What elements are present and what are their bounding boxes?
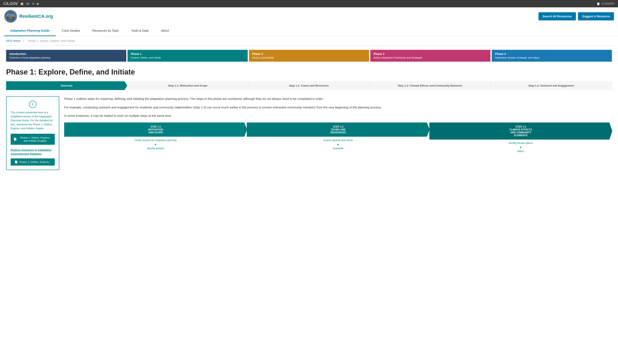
site-header: STATE OF CALIFORNIA ResilientCA.org Sear…	[0, 7, 618, 26]
youtube-icon[interactable]: ▶	[37, 2, 39, 5]
diagram-step2-item2: Assemble	[248, 147, 428, 150]
content-area: Phase 1: Explore, Define, and Initiate O…	[0, 62, 618, 174]
tab-phase3-sub: Define Adaptation Framework and Strategi…	[374, 56, 487, 59]
tab-introduction[interactable]: Introduction Overview of local adaptatio…	[6, 50, 126, 62]
breadcrumb-current: Phase 1: Define, Explore, and Initiate	[28, 39, 75, 42]
tab-phase2[interactable]: Phase 2 Assess Vulnerability	[249, 50, 369, 62]
main-content: i The content presented here is a simpli…	[6, 96, 612, 170]
step-1-3[interactable]: Step 1.3: Climate Effects and Community …	[370, 81, 491, 90]
btn-chapter-label: Phase 1: Define, Explore, and Initiate C…	[18, 136, 52, 142]
glossary-area[interactable]: 📋 GLOSSARY	[597, 2, 615, 5]
diagram-step1-header: STEP 1.1 MOTIVATION AND SCOPE	[64, 122, 247, 137]
explore-clearinghouse-link[interactable]: Explore resources in Adaptation Clearing…	[11, 148, 55, 156]
step-overview[interactable]: Overview	[6, 81, 127, 90]
ca-gov-logo: CA.GOV	[3, 2, 18, 6]
tab-phase4-sub: Implement, Monitor, Evaluate, and Adjust	[495, 56, 609, 59]
tab-intro-sub: Overview of local adaptation planning	[9, 56, 123, 59]
body-paragraph-1: Phase 1 outlines steps for exploring, de…	[64, 96, 612, 102]
main-nav: Adaptation Planning Guide Case Studies R…	[0, 26, 618, 36]
sidebar-card: i The content presented here is a simpli…	[6, 96, 59, 170]
diagram-step3-items: Identify climate effects ▼ Select	[429, 140, 612, 156]
tab-phase1-title: Phase 1	[131, 52, 244, 55]
step-1-3-label: Step 1.3: Climate Effects and Community …	[398, 84, 462, 87]
sidebar-info-icon-area: i	[11, 101, 55, 108]
diagram-step-3: STEP 1.3 CLIMATE EFFECTS AND COMMUNITY E…	[429, 122, 612, 156]
svg-point-6	[10, 16, 10, 16]
tab-phase1[interactable]: Phase 1 Explore, Define, and Initiate	[127, 50, 248, 62]
glossary-book-icon: 📋	[597, 2, 600, 5]
tab-phase3-title: Phase 3	[374, 52, 487, 55]
body-paragraph-3: In some instances, it may be helpful to …	[64, 113, 612, 118]
sidebar-info-text: The content presented here is a simplifi…	[11, 110, 55, 130]
page-title: Phase 1: Explore, Define, and Initiate	[6, 68, 612, 76]
svg-point-7	[11, 16, 12, 16]
step-1-4-label: Step 1.4: Outreach and Engagement	[528, 84, 574, 87]
download-chapter-button[interactable]: 📄 Phase 1: Define, Explore, and Initiate…	[11, 134, 55, 145]
site-name: ResilientCA.org	[19, 14, 53, 19]
twitter-icon[interactable]: 🐦	[26, 2, 30, 5]
body-paragraph-2: For example, conducting outreach and eng…	[64, 105, 612, 110]
diagram-step1-title2: AND SCOPE	[148, 131, 163, 134]
tab-phase2-title: Phase 2	[252, 52, 366, 55]
diagram-step3-item1: Identify climate effects	[431, 142, 611, 144]
diagram-step3-title: CLIMATE EFFECTS	[509, 128, 532, 131]
header-buttons: Search All Resources Suggest A Resource	[538, 12, 614, 20]
btn-explore-label: Phase 1: Define, Explore...	[19, 160, 51, 164]
breadcrumb: APG Home | Phase 1: Define, Explore, and…	[0, 36, 618, 46]
diagram-step2-items: Assess capacity and needs ▼ Assemble	[247, 137, 429, 153]
svg-text:STATE OF: STATE OF	[7, 13, 14, 15]
tab-phase4[interactable]: Phase 4 Implement, Monitor, Evaluate, an…	[492, 50, 612, 62]
diagram-step1-item2: Identify desired	[65, 147, 246, 150]
nav-case-studies[interactable]: Case Studies	[56, 26, 86, 36]
nav-adaptation-planning-guide[interactable]: Adaptation Planning Guide	[4, 26, 56, 36]
diagram-step3-title2: AND COMMUNITY	[509, 131, 532, 134]
search-all-resources-button[interactable]: Search All Resources	[538, 12, 576, 20]
diagram-step3-num: STEP 1.3	[509, 125, 532, 128]
email-icon[interactable]: ✉	[32, 2, 35, 5]
explore-phase1-button[interactable]: 📄 Phase 1: Define, Explore...	[11, 158, 55, 166]
top-bar-left: CA.GOV 🏠 🐦 ✉ ▶	[3, 2, 39, 6]
nav-resources-by-topic[interactable]: Resources by Topic	[86, 26, 125, 36]
home-icon[interactable]: 🏠	[20, 2, 24, 5]
diagram-step-2: STEP 1.2 TEAMS AND RESOURCES Assess capa…	[247, 122, 429, 153]
diagram-step1-num: STEP 1.1	[148, 125, 163, 128]
tab-phase2-sub: Assess Vulnerability	[252, 56, 366, 59]
diagram-step2-header: STEP 1.2 TEAMS AND RESOURCES	[247, 122, 430, 137]
svg-point-5	[9, 15, 12, 18]
breadcrumb-home[interactable]: APG Home	[6, 39, 21, 42]
info-icon: i	[29, 101, 36, 108]
nav-tools-data[interactable]: Tools & Data	[125, 26, 155, 36]
diagram-step3-header: STEP 1.3 CLIMATE EFFECTS AND COMMUNITY E…	[429, 122, 612, 140]
breadcrumb-separator: |	[23, 39, 24, 42]
steps-nav: Overview Step 1.1: Motivation and Scope …	[6, 81, 612, 90]
tab-phase4-title: Phase 4	[495, 52, 609, 55]
top-bar: CA.GOV 🏠 🐦 ✉ ▶ 📋 GLOSSARY	[0, 0, 618, 7]
step-1-1-label: Step 1.1: Motivation and Scope	[168, 84, 207, 87]
tab-phase3[interactable]: Phase 3 Define Adaptation Framework and …	[370, 50, 491, 62]
suggest-resource-button[interactable]: Suggest A Resource	[578, 12, 614, 20]
doc-icon-2: 📄	[14, 160, 18, 164]
diagram-step2-num: STEP 1.2	[330, 125, 346, 128]
step-1-4[interactable]: Step 1.4: Outreach and Engagement	[491, 81, 612, 90]
diagram-step1-item1: Clarify reasons for adaptation planning	[65, 139, 246, 142]
diagram-step3-title3: ELEMENTS	[509, 134, 532, 137]
diagram-step-1: STEP 1.1 MOTIVATION AND SCOPE Clarify re…	[64, 122, 247, 153]
phase-tabs: Introduction Overview of local adaptatio…	[0, 46, 618, 62]
diagram-step1-items: Clarify reasons for adaptation planning …	[64, 137, 247, 153]
tab-intro-title: Introduction	[9, 52, 123, 55]
nav-about[interactable]: About	[155, 26, 175, 36]
diagram-step3-item2: Select	[431, 150, 611, 153]
arrow3: ▼	[431, 146, 611, 149]
diagram-step1-title: MOTIVATION	[148, 128, 163, 131]
tab-phase1-sub: Explore, Define, and Initiate	[131, 56, 244, 59]
doc-icon: 📄	[14, 138, 17, 141]
arrow1: ▼	[65, 143, 246, 146]
glossary-label: GLOSSARY	[601, 2, 615, 5]
arrow2: ▼	[248, 143, 428, 146]
diagram-step2-item1: Assess capacity and needs	[248, 139, 428, 142]
step-diagram: STEP 1.1 MOTIVATION AND SCOPE Clarify re…	[64, 122, 612, 156]
step-1-2[interactable]: Step 1.2: Teams and Resources	[248, 81, 370, 90]
diagram-step2-title: TEAMS AND	[330, 128, 346, 131]
step-1-1[interactable]: Step 1.1: Motivation and Scope	[127, 81, 248, 90]
step-1-2-label: Step 1.2: Teams and Resources	[289, 84, 329, 87]
